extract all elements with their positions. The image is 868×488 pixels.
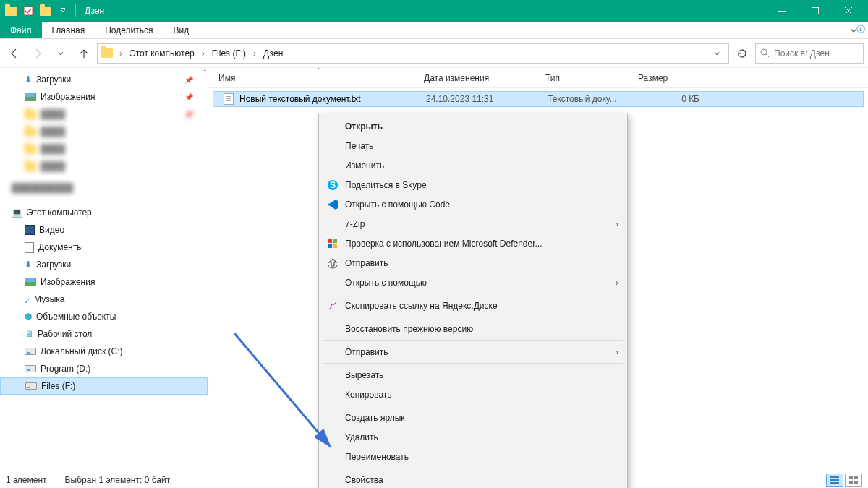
minimize-button[interactable] (765, 0, 799, 22)
column-size[interactable]: Размер (638, 73, 703, 83)
search-input[interactable]: Поиск в: Дзен (755, 43, 864, 64)
menu-defender[interactable]: Проверка с использованием Microsoft Defe… (320, 234, 626, 253)
thumbnails-view-button[interactable] (845, 474, 862, 487)
svg-point-6 (761, 49, 767, 55)
menu-cut[interactable]: Вырезать (320, 365, 626, 385)
vscode-icon (326, 198, 339, 211)
details-view-button[interactable] (826, 474, 843, 487)
sidebar-item-hidden[interactable]: ████📌 (0, 106, 208, 123)
sidebar-item-hidden[interactable]: ████ (0, 123, 208, 140)
folder-icon (25, 162, 36, 171)
tab-share[interactable]: Поделиться (95, 22, 163, 38)
menu-delete[interactable]: Удалить (320, 427, 626, 447)
properties-icon[interactable] (20, 3, 36, 19)
menu-properties[interactable]: Свойства (320, 470, 626, 488)
refresh-button[interactable] (732, 43, 752, 64)
chevron-right-icon[interactable]: › (199, 48, 208, 59)
breadcrumb-root[interactable]: Этот компьютер (128, 48, 196, 59)
sidebar-item-downloads2[interactable]: ⬇Загрузки (0, 256, 208, 273)
chevron-right-icon[interactable]: › (116, 48, 125, 59)
svg-rect-5 (860, 27, 861, 28)
svg-rect-16 (328, 239, 332, 243)
sidebar-item-programd[interactable]: Program (D:) (0, 360, 208, 377)
breadcrumb[interactable]: › Этот компьютер › Files (F:) › Дзен (97, 43, 729, 64)
tab-file[interactable]: Файл (0, 22, 42, 38)
sidebar-item-hidden[interactable]: ██████████ (0, 179, 208, 197)
chevron-right-icon[interactable]: › (250, 48, 259, 59)
svg-rect-8 (830, 479, 839, 481)
menu-share[interactable]: Отправить (320, 253, 626, 273)
sidebar-item-desktop[interactable]: 🖥Рабочий стол (0, 325, 208, 343)
sidebar-item-pictures[interactable]: Изображения📌 (0, 88, 208, 106)
menu-edit[interactable]: Изменить (320, 155, 626, 175)
recent-dropdown[interactable] (51, 43, 71, 64)
document-icon (25, 242, 34, 253)
maximize-button[interactable] (799, 0, 832, 22)
desktop-icon: 🖥 (25, 329, 33, 339)
sidebar-item-3dobjects[interactable]: ⬢Объемные объекты (0, 308, 208, 325)
file-row[interactable]: Новый текстовый документ.txt 24.10.2023 … (213, 91, 864, 107)
ribbon-expand-button[interactable] (839, 22, 868, 38)
svg-rect-12 (849, 481, 853, 484)
menu-7zip[interactable]: 7-Zip› (320, 214, 626, 234)
close-button[interactable] (832, 0, 865, 22)
folder-icon (101, 47, 114, 60)
pin-icon: 📌 (184, 111, 193, 119)
chevron-right-icon: › (616, 347, 618, 357)
menu-separator (323, 317, 623, 317)
column-name[interactable]: Имя (218, 73, 424, 83)
status-item-count: 1 элемент (6, 475, 47, 485)
separator (56, 474, 56, 486)
svg-rect-3 (812, 8, 819, 14)
file-date-cell: 24.10.2023 11:31 (426, 94, 548, 104)
menu-openwith[interactable]: Открыть с помощью› (320, 273, 626, 292)
sidebar-item-filesf[interactable]: Files (F:) (0, 377, 208, 395)
address-bar: › Этот компьютер › Files (F:) › Дзен Пои… (0, 39, 868, 68)
address-dropdown-icon[interactable] (708, 50, 726, 57)
menu-copy[interactable]: Копировать (320, 385, 626, 404)
column-headers: Имя Дата изменения Тип Размер ˄ (208, 68, 868, 88)
new-folder-icon[interactable] (38, 3, 54, 19)
up-button[interactable] (74, 43, 94, 64)
sidebar-item-pictures2[interactable]: Изображения (0, 273, 208, 291)
sidebar-item-hidden[interactable]: ████ (0, 158, 208, 175)
forward-button[interactable] (27, 43, 48, 64)
menu-sendto[interactable]: Отправить› (320, 342, 626, 361)
file-name-cell: Новый текстовый документ.txt (224, 93, 426, 105)
column-date[interactable]: Дата изменения (424, 73, 545, 83)
view-buttons (826, 474, 862, 487)
svg-rect-19 (333, 244, 337, 248)
qat-dropdown-icon[interactable] (55, 3, 71, 19)
music-icon: ♪ (25, 294, 30, 305)
quick-access-toolbar (3, 3, 71, 19)
tab-home[interactable]: Главная (42, 22, 95, 38)
column-type[interactable]: Тип (545, 73, 638, 83)
sidebar-item-localc[interactable]: Локальный диск (C:) (0, 343, 208, 360)
menu-yandex[interactable]: Скопировать ссылку на Яндекс.Диске (320, 296, 626, 315)
back-button[interactable] (4, 43, 25, 64)
menu-rename[interactable]: Переименовать (320, 447, 626, 466)
breadcrumb-drive[interactable]: Files (F:) (210, 48, 247, 59)
menu-separator (323, 294, 623, 294)
menu-restore[interactable]: Восстановить прежнюю версию (320, 319, 626, 338)
sidebar-item-downloads[interactable]: ⬇Загрузки📌 (0, 71, 208, 88)
sidebar-item-hidden[interactable]: ████ (0, 140, 208, 158)
sidebar-item-thispc[interactable]: 💻Этот компьютер (0, 204, 208, 221)
tab-view[interactable]: Вид (163, 22, 199, 38)
computer-icon: 💻 (12, 207, 22, 218)
menu-shortcut[interactable]: Создать ярлык (320, 408, 626, 427)
sidebar-item-documents[interactable]: Документы (0, 239, 208, 256)
menu-vscode[interactable]: Открыть с помощью Code (320, 194, 626, 214)
3d-icon: ⬢ (25, 312, 32, 322)
menu-skype[interactable]: SПоделиться в Skype (320, 175, 626, 194)
menu-print[interactable]: Печать (320, 136, 626, 155)
drive-icon (25, 382, 37, 390)
svg-rect-7 (830, 476, 839, 478)
menu-open[interactable]: Открыть (320, 116, 626, 136)
sidebar-item-videos[interactable]: Видео (0, 221, 208, 239)
download-icon: ⬇ (25, 74, 32, 85)
chevron-right-icon: › (616, 219, 618, 229)
chevron-right-icon: › (616, 278, 618, 288)
sidebar-item-music[interactable]: ♪Музыка (0, 291, 208, 308)
breadcrumb-folder[interactable]: Дзен (262, 48, 284, 59)
